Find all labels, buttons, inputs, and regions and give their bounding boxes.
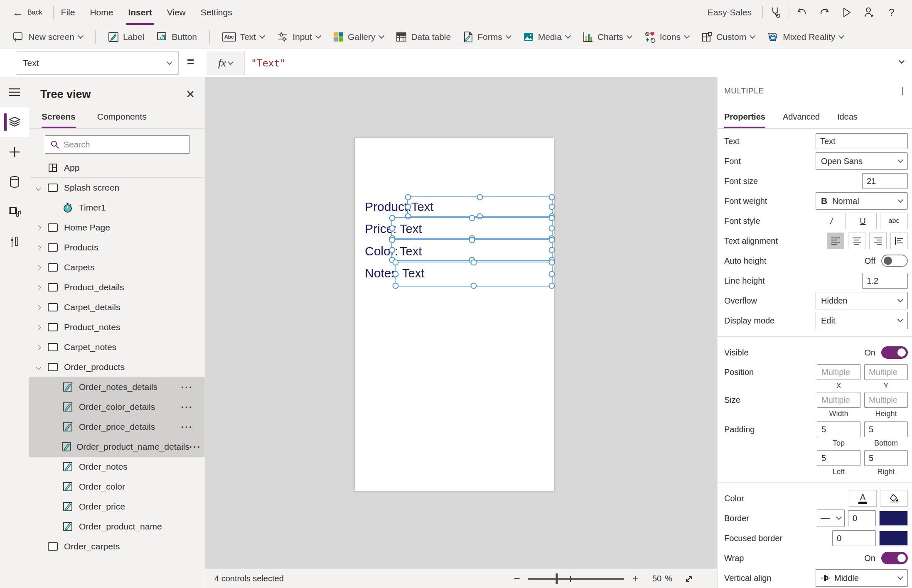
selection-handle[interactable]	[393, 260, 399, 266]
tab-advanced[interactable]: Advanced	[783, 112, 820, 128]
forms-menu-button[interactable]: Forms	[463, 31, 511, 43]
padding-right-input[interactable]	[864, 450, 908, 466]
selection-handle[interactable]	[477, 194, 483, 201]
text-property-input[interactable]	[816, 133, 908, 149]
chevron-right-icon[interactable]	[37, 326, 47, 329]
text-menu-button[interactable]: Abc Text	[222, 32, 264, 42]
search-input[interactable]	[64, 140, 184, 149]
font-color-button[interactable]: A	[849, 490, 877, 507]
tree-item-order-product-name[interactable]: Order_product_name	[29, 517, 205, 537]
vertical-align-dropdown[interactable]: Middle	[816, 569, 908, 587]
more-options-icon[interactable]: ···	[181, 382, 205, 392]
selection-handle[interactable]	[549, 204, 555, 210]
chevron-right-icon[interactable]	[37, 286, 47, 289]
fx-dropdown[interactable]: fx	[206, 51, 245, 75]
screen-artboard[interactable]	[355, 138, 554, 491]
chevron-right-icon[interactable]	[37, 306, 47, 309]
button-button[interactable]: Button	[157, 32, 197, 42]
border-width-input[interactable]	[848, 510, 876, 526]
preview-play-icon[interactable]	[837, 3, 856, 22]
tab-properties[interactable]: Properties	[724, 112, 765, 128]
size-width-input[interactable]	[817, 392, 860, 408]
font-size-input[interactable]	[862, 173, 908, 189]
tree-item-order-color-details[interactable]: Order_color_details ···	[29, 397, 205, 417]
strikethrough-button[interactable]: abc	[880, 213, 908, 229]
help-icon[interactable]: ?	[882, 3, 901, 22]
display-mode-dropdown[interactable]: Edit	[816, 312, 908, 329]
tree-item-product-details[interactable]: Product_details	[29, 277, 205, 297]
insert-rail-icon[interactable]	[0, 137, 29, 167]
chevron-right-icon[interactable]	[37, 226, 47, 230]
auto-height-toggle[interactable]	[881, 255, 908, 267]
selection-handle[interactable]	[549, 260, 555, 266]
wrap-toggle[interactable]	[881, 552, 908, 564]
close-icon[interactable]: ✕	[186, 88, 195, 101]
tree-item-app[interactable]: App	[29, 158, 205, 178]
tree-item-carpets[interactable]: Carpets	[29, 257, 205, 277]
tree-item-order-products[interactable]: Order_products	[29, 357, 205, 377]
size-height-input[interactable]	[864, 392, 908, 408]
chevron-right-icon[interactable]	[37, 266, 47, 270]
font-weight-dropdown[interactable]: BNormal	[816, 192, 908, 210]
selection-handle[interactable]	[393, 283, 399, 289]
collapse-panel-icon[interactable]	[902, 87, 903, 95]
tree-item-order-notes-details[interactable]: Order_notes_details ···	[29, 377, 205, 397]
border-color-swatch[interactable]	[879, 511, 908, 526]
tree-item-home-page[interactable]: Home Page	[29, 218, 205, 238]
tree-view-rail-icon[interactable]	[0, 107, 29, 137]
selection-handle[interactable]	[389, 215, 396, 221]
tab-screens[interactable]: Screens	[42, 112, 76, 128]
underline-button[interactable]: U	[849, 213, 877, 229]
data-table-button[interactable]: Data table	[396, 32, 451, 42]
tree-item-order-notes[interactable]: Order_notes	[29, 457, 205, 477]
tab-components[interactable]: Components	[97, 112, 147, 128]
tree-item-products[interactable]: Products	[29, 238, 205, 257]
fill-color-button[interactable]	[880, 490, 908, 507]
zoom-slider[interactable]	[528, 578, 624, 580]
hamburger-menu-icon[interactable]	[0, 77, 29, 107]
menu-home[interactable]: Home	[88, 0, 115, 25]
menu-view[interactable]: View	[165, 0, 187, 25]
align-center-button[interactable]	[848, 233, 865, 249]
padding-bottom-input[interactable]	[864, 421, 908, 437]
font-dropdown[interactable]: Open Sans	[816, 152, 908, 170]
selection-handle[interactable]	[405, 204, 411, 210]
tree-item-order-product-name-details[interactable]: Order_product_name_details ···	[29, 437, 205, 457]
tree-item-order-price-details[interactable]: Order_price_details ···	[29, 417, 205, 437]
tree-item-product-notes[interactable]: Product_notes	[29, 317, 205, 337]
position-x-input[interactable]	[817, 364, 860, 380]
chevron-down-icon[interactable]	[37, 365, 47, 369]
selection-handle[interactable]	[549, 271, 555, 277]
selection-handle[interactable]	[393, 271, 399, 277]
selection-handle[interactable]	[389, 225, 396, 231]
focused-border-width-input[interactable]	[832, 530, 876, 546]
overflow-dropdown[interactable]: Hidden	[816, 292, 908, 309]
chevron-right-icon[interactable]	[37, 246, 47, 250]
media-rail-icon[interactable]	[0, 197, 29, 227]
input-menu-button[interactable]: Input	[277, 32, 320, 42]
redo-icon[interactable]	[815, 3, 834, 22]
align-justify-button[interactable]	[890, 233, 908, 249]
back-button[interactable]: ← Back	[12, 0, 53, 25]
line-height-input[interactable]	[862, 273, 908, 289]
selection-handle[interactable]	[549, 247, 555, 253]
align-right-button[interactable]	[869, 233, 887, 249]
tab-ideas[interactable]: Ideas	[837, 112, 858, 128]
formula-input[interactable]: "Text"	[251, 51, 874, 75]
selection-handle[interactable]	[549, 215, 555, 221]
selection-handle[interactable]	[549, 283, 555, 289]
icons-menu-button[interactable]: Icons	[644, 31, 689, 43]
more-options-icon[interactable]: ···	[181, 402, 205, 412]
canvas-text-price[interactable]: Text	[400, 222, 422, 236]
selection-handle[interactable]	[469, 215, 475, 221]
more-options-icon[interactable]: ···	[189, 442, 205, 452]
new-screen-button[interactable]: New screen	[12, 32, 83, 42]
menu-settings[interactable]: Settings	[199, 0, 234, 25]
gallery-menu-button[interactable]: Gallery	[333, 32, 384, 42]
selection-handle[interactable]	[549, 194, 555, 201]
selection-handle[interactable]	[549, 225, 555, 231]
app-checker-icon[interactable]	[766, 3, 785, 22]
canvas-text-notes[interactable]: Text	[402, 267, 424, 280]
canvas-area[interactable]: Product: Price: Color: Notes Text Text T…	[205, 77, 717, 568]
italic-button[interactable]: /	[818, 213, 846, 229]
